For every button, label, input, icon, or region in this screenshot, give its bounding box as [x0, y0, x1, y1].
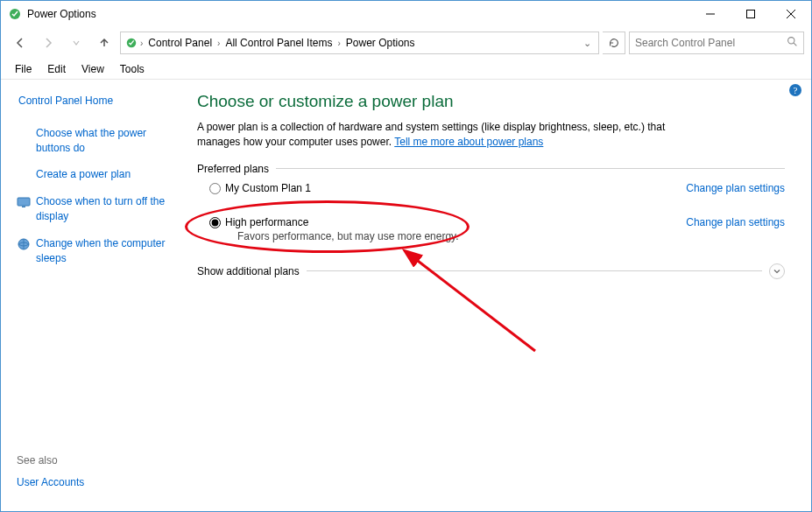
sidebar-item-power-buttons[interactable]: Choose what the power buttons do: [17, 126, 176, 156]
plan-radio-high-performance[interactable]: [209, 217, 221, 228]
svg-rect-2: [747, 11, 755, 18]
menu-edit[interactable]: Edit: [40, 61, 73, 77]
sidebar-item-display-off[interactable]: Choose when to turn off the display: [17, 194, 176, 224]
show-additional-plans-row[interactable]: Show additional plans: [197, 263, 785, 279]
preferred-plans-header: Preferred plans: [197, 163, 785, 175]
menu-file[interactable]: File: [8, 61, 39, 77]
monitor-icon: [17, 195, 31, 209]
see-also-link-user-accounts[interactable]: User Accounts: [17, 475, 176, 490]
see-also-label: See also: [17, 454, 176, 466]
breadcrumb-item[interactable]: Power Options: [342, 35, 419, 51]
sidebar-link[interactable]: Create a power plan: [36, 167, 131, 182]
address-bar[interactable]: › Control Panel › All Control Panel Item…: [120, 32, 599, 54]
sidebar-item-create-plan[interactable]: Create a power plan: [17, 167, 176, 182]
search-icon: [787, 36, 798, 50]
main-panel: Choose or customize a power plan A power…: [185, 80, 811, 511]
power-plan-high-performance: High performance Change plan settings Fa…: [209, 216, 785, 242]
page-description: A power plan is a collection of hardware…: [197, 120, 705, 151]
navbar: › Control Panel › All Control Panel Item…: [1, 27, 811, 59]
page-heading: Choose or customize a power plan: [197, 92, 785, 111]
plan-name[interactable]: My Custom Plan 1: [225, 182, 311, 194]
forward-button[interactable]: [36, 31, 60, 55]
svg-rect-11: [22, 207, 25, 208]
tell-me-more-link[interactable]: Tell me more about power plans: [394, 136, 543, 148]
minimize-button[interactable]: [690, 1, 731, 27]
divider: [276, 168, 785, 169]
expand-button[interactable]: [769, 263, 785, 279]
preferred-plans-label: Preferred plans: [197, 163, 269, 175]
plan-radio-custom1[interactable]: [209, 183, 221, 194]
up-button[interactable]: [92, 31, 117, 55]
svg-point-6: [788, 38, 794, 44]
sidebar: Control Panel Home Choose what the power…: [1, 80, 185, 511]
back-button[interactable]: [8, 31, 32, 55]
search-box[interactable]: [629, 32, 804, 54]
breadcrumb-item[interactable]: All Control Panel Items: [222, 35, 335, 51]
chevron-right-icon: ›: [140, 39, 143, 48]
breadcrumb-item[interactable]: Control Panel: [145, 35, 215, 51]
globe-icon: [17, 237, 31, 251]
svg-rect-10: [18, 198, 30, 206]
sidebar-link[interactable]: Choose when to turn off the display: [36, 194, 176, 224]
sidebar-link[interactable]: Change when the computer sleeps: [36, 236, 176, 266]
control-panel-home-link[interactable]: Control Panel Home: [18, 94, 176, 109]
chevron-down-icon[interactable]: ⌄: [583, 38, 591, 49]
sidebar-item-sleep[interactable]: Change when the computer sleeps: [17, 236, 176, 266]
sidebar-link[interactable]: Choose what the power buttons do: [36, 126, 176, 156]
chevron-right-icon: ›: [217, 39, 220, 48]
refresh-button[interactable]: [603, 32, 625, 54]
svg-line-7: [794, 43, 796, 46]
plan-description: Favors performance, but may use more ene…: [237, 230, 785, 242]
menubar: File Edit View Tools: [1, 59, 811, 80]
recent-locations-dropdown[interactable]: [64, 31, 88, 55]
menu-view[interactable]: View: [74, 61, 111, 77]
power-plan-custom1: My Custom Plan 1 Change plan settings: [209, 182, 785, 197]
divider: [307, 270, 762, 271]
breadcrumb-app-icon: [124, 36, 138, 50]
app-icon: [8, 7, 22, 21]
plan-name[interactable]: High performance: [225, 216, 308, 228]
window-title: Power Options: [27, 8, 96, 20]
chevron-right-icon: ›: [337, 39, 340, 48]
show-additional-label: Show additional plans: [197, 265, 300, 277]
maximize-button[interactable]: [731, 1, 771, 27]
change-plan-settings-link[interactable]: Change plan settings: [686, 216, 785, 228]
close-button[interactable]: [771, 1, 811, 27]
menu-tools[interactable]: Tools: [113, 61, 152, 77]
content-area: ? Control Panel Home Choose what the pow…: [1, 80, 811, 511]
sidebar-see-also: See also User Accounts: [17, 454, 176, 502]
chevron-down-icon: [773, 267, 781, 276]
change-plan-settings-link[interactable]: Change plan settings: [686, 182, 785, 194]
titlebar: Power Options: [1, 1, 811, 27]
search-input[interactable]: [635, 37, 787, 49]
